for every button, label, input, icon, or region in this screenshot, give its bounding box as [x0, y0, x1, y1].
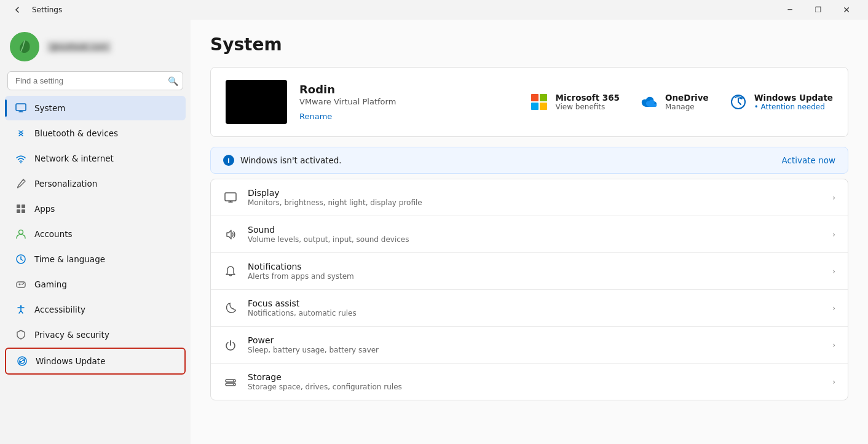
sidebar-item-network[interactable]: Network & internet	[5, 146, 186, 171]
sidebar-item-label: Windows Update	[36, 356, 105, 366]
titlebar: Settings ─ ❐ ✕	[0, 0, 868, 20]
svg-rect-1	[16, 104, 26, 111]
settings-item-storage[interactable]: Storage Storage space, drives, configura…	[211, 364, 848, 400]
bluetooth-icon	[15, 127, 27, 139]
sidebar-item-label: Time & language	[34, 254, 105, 264]
settings-item-title-focus: Focus assist	[248, 298, 823, 308]
sidebar-item-system[interactable]: System	[5, 96, 186, 120]
user-email-label: @outlook.com	[47, 41, 111, 53]
ms365-title: Microsoft 365	[555, 93, 620, 103]
settings-item-desc-focus: Notifications, automatic rules	[248, 309, 823, 317]
sidebar-item-label: Gaming	[34, 279, 67, 289]
display-icon	[223, 190, 238, 205]
settings-item-title-power: Power	[248, 335, 823, 345]
settings-item-sound[interactable]: Sound Volume levels, output, input, soun…	[211, 216, 848, 253]
svg-point-13	[18, 357, 26, 365]
computer-card: Rodin VMware Virtual Platform Rename	[210, 67, 848, 137]
activation-left: i Windows isn't activated.	[223, 155, 342, 166]
settings-item-title-notifications: Notifications	[248, 262, 823, 271]
apps-icon	[15, 203, 27, 215]
titlebar-left: Settings	[7, 0, 62, 20]
svg-point-7	[19, 230, 23, 235]
quick-link-windowsupdate[interactable]: Windows Update Attention needed	[728, 92, 833, 112]
search-input[interactable]	[7, 71, 183, 90]
svg-rect-5	[17, 209, 20, 213]
sidebar-item-accounts[interactable]: Accounts	[5, 222, 186, 246]
avatar	[10, 32, 39, 61]
svg-rect-3	[17, 204, 20, 208]
accessibility-icon	[15, 303, 27, 316]
svg-point-11	[23, 283, 24, 284]
update-icon	[16, 355, 28, 367]
svg-rect-4	[22, 204, 25, 208]
sidebar-item-personalization[interactable]: Personalization	[5, 171, 186, 196]
search-icon[interactable]: 🔍	[168, 76, 178, 86]
settings-item-title-display: Display	[248, 188, 823, 198]
app-container: @outlook.com 🔍 System Bluetooth & device…	[0, 20, 868, 444]
chevron-right-icon: ›	[832, 341, 835, 349]
search-box: 🔍	[7, 71, 183, 90]
gamepad-icon	[15, 278, 27, 290]
chevron-right-icon: ›	[832, 267, 835, 276]
ms365-subtitle: View benefits	[555, 103, 620, 111]
settings-item-title-sound: Sound	[248, 225, 823, 235]
settings-item-desc-sound: Volume levels, output, input, sound devi…	[248, 235, 823, 244]
svg-point-10	[22, 284, 23, 285]
monitor-icon	[15, 102, 27, 114]
settings-item-focus[interactable]: Focus assist Notifications, automatic ru…	[211, 290, 848, 327]
sidebar-item-accessibility[interactable]: Accessibility	[5, 297, 186, 322]
sidebar-item-label: Privacy & security	[34, 330, 109, 340]
svg-rect-15	[225, 193, 236, 201]
sidebar-item-privacy[interactable]: Privacy & security	[5, 322, 186, 347]
rename-link[interactable]: Rename	[299, 112, 332, 121]
info-icon: i	[223, 155, 234, 166]
sound-icon	[223, 227, 238, 242]
sidebar: @outlook.com 🔍 System Bluetooth & device…	[0, 20, 191, 444]
svg-rect-6	[22, 209, 25, 213]
minimize-button[interactable]: ─	[776, 0, 804, 20]
computer-thumbnail	[226, 80, 287, 124]
quick-link-microsoft365[interactable]: Microsoft 365 View benefits	[529, 92, 620, 112]
sidebar-item-label: Personalization	[34, 179, 97, 189]
svg-point-2	[20, 162, 22, 163]
quick-links: Microsoft 365 View benefits OneDrive	[529, 92, 833, 112]
activation-message: Windows isn't activated.	[240, 155, 342, 165]
svg-point-12	[20, 305, 22, 307]
main-content: System Rodin VMware Virtual Platform Ren…	[191, 20, 868, 444]
settings-item-power[interactable]: Power Sleep, battery usage, battery save…	[211, 327, 848, 364]
sidebar-item-apps[interactable]: Apps	[5, 197, 186, 221]
winupdate-subtitle: Attention needed	[754, 103, 833, 111]
restore-button[interactable]: ❐	[804, 0, 832, 20]
settings-item-notifications[interactable]: Notifications Alerts from apps and syste…	[211, 253, 848, 290]
activate-now-link[interactable]: Activate now	[782, 155, 835, 165]
svg-rect-9	[17, 282, 25, 287]
sidebar-item-label: Apps	[34, 204, 55, 214]
sidebar-item-windowsupdate[interactable]: Windows Update	[5, 348, 186, 375]
activation-banner: i Windows isn't activated. Activate now	[210, 147, 848, 174]
user-profile[interactable]: @outlook.com	[0, 25, 191, 71]
brush-icon	[15, 177, 27, 190]
close-button[interactable]: ✕	[832, 0, 861, 20]
sidebar-item-label: System	[34, 103, 65, 113]
sidebar-item-gaming[interactable]: Gaming	[5, 272, 186, 297]
sidebar-item-time[interactable]: Time & language	[5, 247, 186, 271]
shield-icon	[15, 329, 27, 341]
app-title: Settings	[32, 6, 62, 14]
chevron-right-icon: ›	[832, 304, 835, 313]
back-button[interactable]	[7, 0, 27, 20]
sidebar-item-label: Network & internet	[34, 154, 114, 163]
computer-name: Rodin	[299, 83, 517, 96]
settings-item-desc-power: Sleep, battery usage, battery saver	[248, 346, 823, 354]
settings-list: Display Monitors, brightness, night ligh…	[210, 179, 848, 400]
settings-item-display[interactable]: Display Monitors, brightness, night ligh…	[211, 179, 848, 216]
wifi-icon	[15, 152, 27, 165]
settings-item-desc-storage: Storage space, drives, configuration rul…	[248, 383, 823, 391]
svg-point-18	[233, 380, 234, 381]
nav-list: System Bluetooth & devices Network & int…	[0, 95, 191, 375]
sidebar-item-bluetooth[interactable]: Bluetooth & devices	[5, 121, 186, 146]
windowsupdate-icon	[728, 92, 748, 112]
quick-link-onedrive[interactable]: OneDrive Manage	[639, 92, 709, 112]
settings-item-desc-display: Monitors, brightness, night light, displ…	[248, 198, 823, 207]
sidebar-item-label: Accessibility	[34, 305, 85, 314]
svg-point-19	[233, 384, 234, 385]
